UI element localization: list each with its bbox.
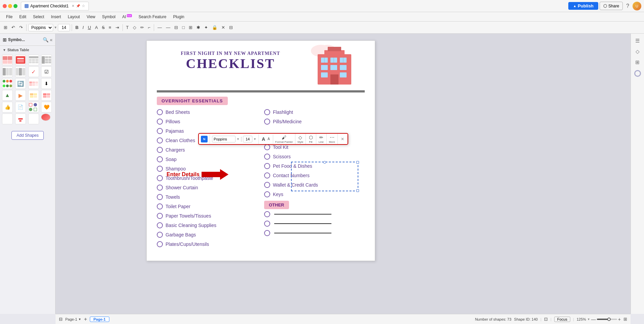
symbol-item[interactable] [28, 55, 39, 65]
format-panel-btn[interactable]: ◇ [634, 47, 641, 56]
toolbar-home-btn[interactable]: ⊞ [2, 24, 9, 31]
redo-btn[interactable]: ↷ [17, 24, 25, 31]
menu-select[interactable]: Select [30, 14, 47, 20]
menu-insert[interactable]: Insert [47, 14, 64, 20]
connector-btn[interactable]: ⌐ [146, 24, 152, 31]
symbol-item[interactable] [28, 114, 39, 124]
property-btn[interactable]: ⊟ [227, 24, 235, 31]
tab-close-icon[interactable]: ✕ [72, 4, 74, 8]
menu-view[interactable]: View [83, 14, 99, 20]
symbol-item[interactable] [15, 55, 26, 65]
strikethrough-btn[interactable]: S̶ [100, 24, 106, 31]
fit-icon[interactable]: ⊡ [544, 317, 548, 322]
lock-btn[interactable]: 🔒 [210, 24, 219, 31]
tt-line-btn[interactable]: ✏ [318, 134, 324, 140]
menu-plugin[interactable]: Plugin [170, 14, 187, 20]
undo-btn[interactable]: ↶ [10, 24, 17, 31]
page-icon[interactable]: ⊟ [59, 317, 63, 322]
tt-format-painter-btn[interactable]: 🖌 [281, 134, 287, 140]
symbol-item[interactable] [15, 114, 26, 124]
arrow-style-btn[interactable]: — [164, 24, 172, 31]
minimize-button[interactable] [8, 4, 12, 8]
tt-size-input[interactable] [243, 136, 252, 142]
text-mode-btn[interactable]: T [124, 24, 131, 31]
panel-search-btn[interactable]: 🔍 [43, 37, 48, 42]
symbol-item[interactable]: 🔄 [15, 78, 26, 89]
symbol-item[interactable]: 📄 [15, 102, 26, 112]
fill-btn[interactable]: ◇ [131, 24, 138, 31]
more-style-btn[interactable]: ⊟ [173, 24, 180, 31]
symbol-item[interactable] [41, 55, 52, 65]
symbol-item[interactable]: 👍 [2, 102, 13, 112]
shape-btn[interactable]: □ [180, 24, 186, 31]
tt-decrease-size[interactable]: A [266, 137, 271, 141]
symbol-item[interactable]: ⬇ [41, 78, 52, 89]
zoom-slider[interactable] [597, 319, 617, 320]
properties-panel-btn[interactable]: ☰ [634, 36, 641, 45]
expand-btn[interactable]: ⊞ [623, 317, 627, 322]
menu-search-feature[interactable]: Search Feature [135, 14, 170, 20]
delete-btn[interactable]: ✕ [220, 24, 227, 31]
window-tab[interactable]: Apartment Checklist1 ✕ 📌 ☆ [21, 2, 89, 10]
grid-panel-btn[interactable]: ⊞ [634, 58, 641, 67]
symbol-item[interactable] [2, 78, 13, 89]
symbol-item[interactable] [2, 55, 13, 65]
symbol-item[interactable] [41, 90, 52, 101]
symbol-item[interactable] [28, 90, 39, 101]
symbol-item[interactable]: ☑ [41, 66, 52, 77]
tt-font-input[interactable] [212, 136, 236, 142]
zoom-out-btn[interactable]: — [591, 317, 596, 322]
symbol-item[interactable] [28, 78, 39, 89]
symbol-item[interactable]: ▶ [15, 90, 26, 101]
edit-shape-btn[interactable]: ✦ [203, 24, 210, 31]
menu-ai[interactable]: AIhot [119, 13, 135, 20]
tt-increase-size[interactable]: A [261, 136, 266, 142]
font-color-btn[interactable]: A [93, 24, 100, 31]
add-shapes-button[interactable]: Add Shapes [11, 131, 43, 140]
font-select[interactable]: Poppins [28, 24, 53, 31]
align-btn[interactable]: ≡ [107, 24, 113, 31]
font-size-input[interactable] [58, 24, 70, 31]
star-icon[interactable]: ☆ [82, 4, 85, 8]
tt-more-btn[interactable]: ⋯ [329, 134, 335, 140]
symbol-item[interactable] [15, 66, 26, 77]
panel-collapse-btn[interactable]: « [50, 37, 52, 42]
symbol-item[interactable] [28, 102, 39, 112]
menu-layout[interactable]: Layout [64, 14, 83, 20]
indent-btn[interactable]: ⇥ [114, 24, 121, 31]
symbol-item[interactable]: ▲ [2, 90, 13, 101]
symbol-item[interactable] [41, 114, 50, 121]
symbol-item[interactable]: 🧡 [41, 102, 52, 112]
menu-file[interactable]: File [3, 14, 16, 20]
symbol-item[interactable] [2, 66, 13, 77]
underline-btn[interactable]: U [86, 24, 93, 31]
section-status-table[interactable]: ▼ Status Table [0, 46, 55, 53]
menu-symbol[interactable]: Symbol [99, 14, 119, 20]
zoom-in-btn[interactable]: + [618, 317, 621, 322]
pin-icon[interactable]: 📌 [76, 4, 80, 8]
help-button[interactable]: ? [624, 2, 631, 10]
edit-points-btn[interactable]: ✱ [195, 24, 202, 31]
symbol-item[interactable]: ✓ [28, 66, 39, 77]
publish-button[interactable]: Publish [568, 2, 598, 10]
tt-style-btn[interactable]: ◇ [297, 134, 303, 140]
font-dropdown-icon[interactable]: ▼ [54, 26, 57, 29]
active-page-tab[interactable]: Page-1 [90, 317, 109, 322]
page-dropdown[interactable]: Page-1▼ [65, 317, 81, 321]
italic-btn[interactable]: I [81, 24, 85, 31]
share-button[interactable]: ⬡ Share [600, 2, 623, 10]
pen-btn[interactable]: ✏ [139, 24, 146, 31]
tt-close-btn[interactable]: ✕ [340, 136, 345, 142]
panel-expand-icon[interactable]: ⊞ [3, 37, 7, 42]
bold-btn[interactable]: B [74, 24, 80, 31]
focus-btn[interactable]: Focus [554, 317, 570, 322]
menu-edit[interactable]: Edit [16, 14, 30, 20]
add-page-btn[interactable]: + [84, 316, 87, 322]
arrange-btn[interactable]: ⊞ [187, 24, 194, 31]
line-style-btn[interactable]: — [156, 24, 164, 31]
close-button[interactable] [3, 4, 7, 8]
tt-fill-btn[interactable]: ⬡ [308, 134, 314, 140]
avatar[interactable]: U [633, 2, 641, 10]
maximize-button[interactable] [13, 4, 17, 8]
symbol-item[interactable] [2, 114, 13, 124]
